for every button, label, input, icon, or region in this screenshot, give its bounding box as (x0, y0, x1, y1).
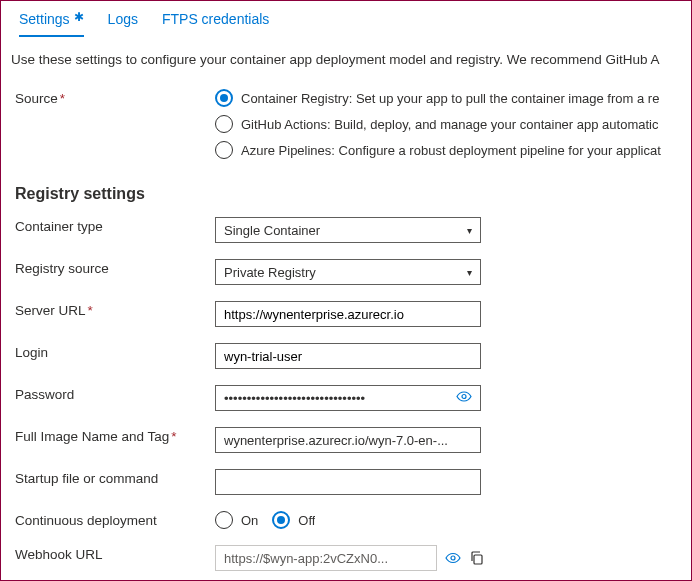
radio-icon (215, 141, 233, 159)
svg-point-0 (462, 395, 466, 399)
registry-source-select[interactable]: Private Registry ▾ (215, 259, 481, 285)
source-option-cr-label: Container Registry: Set up your app to p… (241, 91, 659, 106)
source-row: Source* Container Registry: Set up your … (1, 81, 691, 167)
startup-row: Startup file or command (1, 461, 691, 503)
source-options: Container Registry: Set up your app to p… (215, 89, 691, 159)
copy-webhook-icon[interactable] (469, 550, 485, 566)
cd-off-label: Off (298, 513, 315, 528)
registry-source-value: Private Registry (224, 265, 316, 280)
source-option-az-label: Azure Pipelines: Configure a robust depl… (241, 143, 661, 158)
radio-icon (272, 511, 290, 529)
webhook-url-value: https://$wyn-app:2vCZxN0... (224, 551, 428, 566)
reveal-webhook-icon[interactable] (445, 550, 461, 566)
radio-icon (215, 89, 233, 107)
password-label: Password (15, 385, 215, 402)
registry-settings-heading: Registry settings (1, 167, 691, 209)
tab-ftps[interactable]: FTPS credentials (162, 11, 269, 37)
source-option-github-actions[interactable]: GitHub Actions: Build, deploy, and manag… (215, 115, 691, 133)
intro-text: Use these settings to configure your con… (1, 38, 691, 81)
cd-option-on[interactable]: On (215, 511, 258, 529)
chevron-down-icon: ▾ (467, 225, 472, 236)
startup-label: Startup file or command (15, 469, 215, 486)
cd-row: Continuous deployment On Off (1, 503, 691, 537)
tabs: Settings✱ Logs FTPS credentials (1, 1, 691, 38)
tab-dirty-indicator: ✱ (74, 10, 84, 24)
server-url-label: Server URL* (15, 301, 215, 318)
server-url-row: Server URL* (1, 293, 691, 335)
cd-on-label: On (241, 513, 258, 528)
source-option-container-registry[interactable]: Container Registry: Set up your app to p… (215, 89, 691, 107)
login-field[interactable] (224, 349, 472, 364)
svg-rect-2 (474, 555, 482, 564)
container-type-label: Container type (15, 217, 215, 234)
server-url-input[interactable] (215, 301, 481, 327)
webhook-url-display: https://$wyn-app:2vCZxN0... (215, 545, 437, 571)
source-label: Source* (15, 89, 215, 106)
container-type-select[interactable]: Single Container ▾ (215, 217, 481, 243)
source-option-azure-pipelines[interactable]: Azure Pipelines: Configure a robust depl… (215, 141, 691, 159)
registry-source-row: Registry source Private Registry ▾ (1, 251, 691, 293)
password-row: Password ••••••••••••••••••••••••••••••• (1, 377, 691, 419)
cd-label: Continuous deployment (15, 511, 215, 528)
full-image-value: wynenterprise.azurecr.io/wyn-7.0-en-... (224, 433, 472, 448)
svg-point-1 (451, 556, 455, 560)
source-option-gh-label: GitHub Actions: Build, deploy, and manag… (241, 117, 658, 132)
tab-settings[interactable]: Settings✱ (19, 11, 84, 37)
server-url-field[interactable] (224, 307, 472, 322)
chevron-down-icon: ▾ (467, 267, 472, 278)
container-type-row: Container type Single Container ▾ (1, 209, 691, 251)
container-type-value: Single Container (224, 223, 320, 238)
startup-input[interactable] (215, 469, 481, 495)
login-label: Login (15, 343, 215, 360)
login-row: Login (1, 335, 691, 377)
login-input[interactable] (215, 343, 481, 369)
webhook-row: Webhook URL https://$wyn-app:2vCZxN0... (1, 537, 691, 579)
radio-icon (215, 511, 233, 529)
password-input[interactable]: ••••••••••••••••••••••••••••••• (215, 385, 481, 411)
webhook-label: Webhook URL (15, 545, 215, 562)
full-image-label: Full Image Name and Tag* (15, 427, 215, 444)
tab-settings-label: Settings (19, 11, 70, 27)
cd-option-off[interactable]: Off (272, 511, 315, 529)
show-password-icon[interactable] (456, 389, 472, 408)
startup-field[interactable] (224, 475, 472, 490)
password-value: ••••••••••••••••••••••••••••••• (224, 391, 448, 406)
radio-icon (215, 115, 233, 133)
registry-source-label: Registry source (15, 259, 215, 276)
full-image-row: Full Image Name and Tag* wynenterprise.a… (1, 419, 691, 461)
full-image-input[interactable]: wynenterprise.azurecr.io/wyn-7.0-en-... (215, 427, 481, 453)
tab-logs[interactable]: Logs (108, 11, 138, 37)
